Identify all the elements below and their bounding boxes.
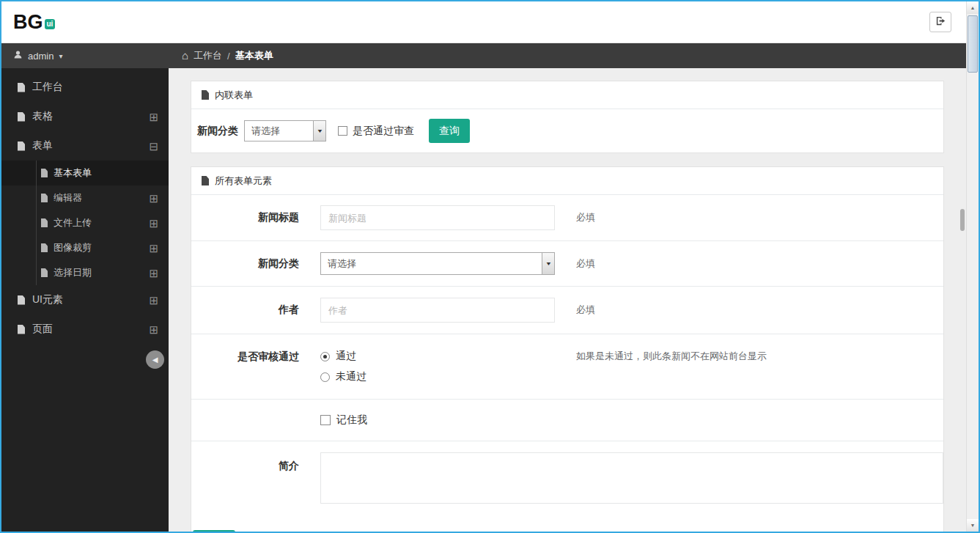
select-dropdown-button[interactable]: ▼ [313,121,325,141]
sidebar-item-workbench[interactable]: 工作台 [1,73,169,102]
logo-badge: ui [45,19,56,29]
sidebar-item-label: UI元素 [32,293,149,306]
document-icon [202,176,209,185]
logo-text: BG [13,11,43,33]
logout-button[interactable] [929,12,951,32]
required-hint: 必填 [576,257,595,271]
expand-plus-icon[interactable]: ⊞ [149,324,158,335]
expand-plus-icon[interactable]: ⊞ [149,295,158,306]
form-row-news-title: 新闻标题 必填 [191,195,943,241]
sidebar-item-tables[interactable]: 表格 ⊞ [1,102,169,131]
select-value: 请选择 [245,121,313,141]
author-input[interactable] [320,298,555,323]
sidebar-subitem-image-crop[interactable]: 图像裁剪 ⊞ [1,235,169,260]
inline-form-body: 新闻分类 请选择 ▼ 是否通过审查 查询 [191,109,943,152]
panel-header: 内联表单 [191,81,943,109]
document-icon [41,268,48,277]
select-dropdown-button[interactable]: ▼ [542,253,554,274]
document-icon [18,112,25,122]
user-icon [13,50,23,62]
review-check-line: 是否通过审查 [338,125,414,138]
review-checkbox-label: 是否通过审查 [353,125,414,138]
scroll-down-icon: ▼ [970,523,976,528]
remember-checkbox-label: 记住我 [336,413,367,427]
review-hint-text: 如果是未通过，则此条新闻不在网站前台显示 [576,349,767,364]
sidebar-subitem-date-picker[interactable]: 选择日期 ⊞ [1,260,169,285]
browser-window: BG ui admin ▾ [0,0,980,533]
body-row: admin ▾ 工作台 表格 ⊞ 表单 [1,43,966,532]
sidebar-subitem-file-upload[interactable]: 文件上传 ⊞ [1,210,169,235]
expand-plus-icon[interactable]: ⊞ [149,243,158,254]
chevron-down-icon: ▼ [545,261,551,266]
news-category-select-large[interactable]: 请选择 ▼ [320,252,555,275]
review-checkbox[interactable] [338,126,347,136]
sidebar-subitem-editor[interactable]: 编辑器 ⊞ [1,185,169,210]
document-icon [18,141,25,151]
intro-textarea[interactable] [320,452,943,504]
sidebar-collapse-button[interactable]: ◀ [146,350,164,369]
sidebar-subitem-label: 文件上传 [54,216,149,229]
sidebar-item-label: 表单 [32,139,149,152]
all-form-elements-panel: 所有表单元素 新闻标题 必填 新闻分类 [191,166,944,532]
review-status-label: 是否审核通过 [191,349,299,364]
form-row-review-status: 是否审核通过 通过 未通过 [191,334,943,400]
collapse-minus-icon[interactable]: ⊟ [149,141,158,152]
scroll-up-icon: ▲ [970,5,976,10]
content-scrollbar-thumb[interactable] [960,209,965,231]
expand-plus-icon[interactable]: ⊞ [149,268,158,279]
expand-plus-icon[interactable]: ⊞ [149,193,158,204]
panel-title: 内联表单 [215,89,253,102]
form-row-news-category: 新闻分类 请选择 ▼ 必填 [191,241,943,287]
sidebar-subitem-label: 基本表单 [54,166,158,180]
inline-form-panel: 内联表单 新闻分类 请选择 ▼ 是否通过审查 [191,81,944,153]
form-row-intro: 简介 [191,441,943,518]
document-icon [41,218,48,227]
app-logo[interactable]: BG ui [13,11,55,33]
user-name: admin [28,51,54,62]
window-scrollbar[interactable]: ▲ ▼ [966,1,979,532]
remember-checkbox[interactable] [320,415,331,425]
scrollbar-thumb[interactable] [968,15,978,73]
news-category-select[interactable]: 请选择 ▼ [244,120,326,141]
breadcrumb-current: 基本表单 [235,49,273,62]
radio-line-fail: 未通过 [320,370,555,384]
fail-radio[interactable] [320,372,330,382]
breadcrumb: ⌂ 工作台 / 基本表单 [169,43,966,68]
expand-plus-icon[interactable]: ⊞ [149,218,158,229]
submit-button[interactable] [193,530,235,532]
news-title-input[interactable] [320,205,555,230]
breadcrumb-workbench-link[interactable]: 工作台 [194,49,222,62]
content-area: 内联表单 新闻分类 请选择 ▼ 是否通过审查 [169,68,966,532]
intro-label: 简介 [191,452,299,473]
main-area: ⌂ 工作台 / 基本表单 内联表单 新闻分类 [169,43,966,532]
sidebar-item-label: 页面 [32,323,149,336]
select-value: 请选择 [321,253,542,274]
sidebar-item-ui-elements[interactable]: UI元素 ⊞ [1,285,169,315]
chevron-down-icon: ▼ [316,128,323,133]
logout-icon [935,15,946,29]
scroll-down-button[interactable]: ▼ [967,519,979,532]
sidebar-user-menu[interactable]: admin ▾ [1,43,169,68]
document-icon [41,169,48,177]
author-label: 作者 [191,304,299,317]
document-icon [18,295,25,305]
sidebar-item-forms[interactable]: 表单 ⊟ [1,131,169,161]
scroll-up-button[interactable]: ▲ [967,1,979,14]
home-icon: ⌂ [182,51,188,61]
required-hint: 必填 [576,304,595,317]
remember-check-line: 记住我 [320,413,555,427]
sidebar-subitem-basic-form[interactable]: 基本表单 [1,161,169,185]
app-root: BG ui admin ▾ [1,1,966,532]
breadcrumb-separator: / [227,51,230,62]
fail-radio-label: 未通过 [336,370,366,383]
query-button[interactable]: 查询 [429,119,470,143]
document-icon [41,194,48,202]
pass-radio[interactable] [320,352,330,361]
expand-plus-icon[interactable]: ⊞ [149,111,158,122]
sidebar-item-label: 工作台 [32,81,158,94]
sidebar-item-label: 表格 [32,110,149,123]
sidebar-menu: 工作台 表格 ⊞ 表单 ⊟ 基本表 [1,68,169,344]
sidebar: admin ▾ 工作台 表格 ⊞ 表单 [1,43,169,532]
pass-radio-label: 通过 [336,350,356,363]
sidebar-item-pages[interactable]: 页面 ⊞ [1,315,169,344]
